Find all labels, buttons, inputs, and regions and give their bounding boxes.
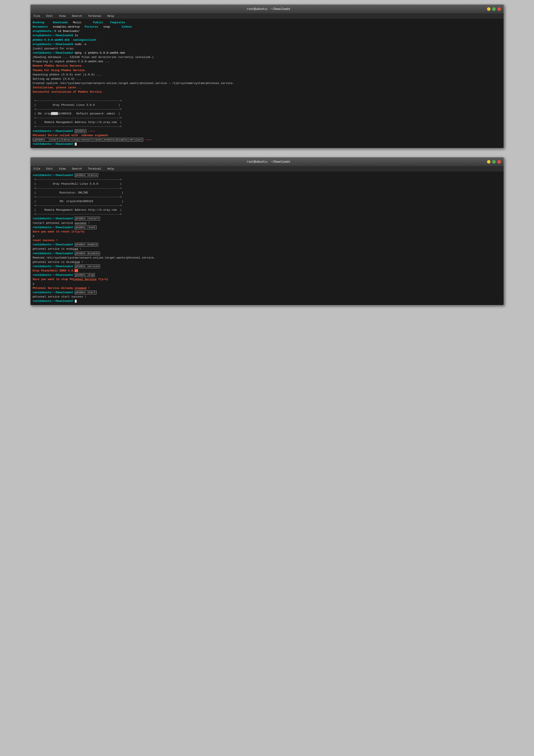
terminal-window-1: root@ubuntu: ~/Downloads File Edit View … (30, 4, 504, 148)
menu-edit-1[interactable]: Edit (45, 14, 54, 18)
menu-file-2[interactable]: File (33, 167, 41, 171)
close-button-2[interactable] (497, 160, 501, 164)
terminal-body-1: Desktop Downloads Music Public Templates… (31, 19, 504, 148)
menu-view-1[interactable]: View (58, 14, 67, 18)
minimize-button-2[interactable] (487, 160, 491, 164)
terminal-window-2: root@ubuntu: ~/Downloads File Edit View … (30, 157, 504, 306)
menu-search-1[interactable]: Search (71, 14, 83, 18)
menu-help-2[interactable]: Help (106, 167, 115, 171)
window-controls-1 (487, 7, 501, 11)
title-bar-2: root@ubuntu: ~/Downloads (31, 157, 504, 166)
window-controls-2 (487, 160, 501, 164)
maximize-button-2[interactable] (492, 160, 496, 164)
menu-terminal-1[interactable]: Terminal (87, 14, 102, 18)
menu-bar-1: File Edit View Search Terminal Help (31, 14, 504, 19)
minimize-button-1[interactable] (487, 7, 491, 11)
menu-file-1[interactable]: File (33, 14, 41, 18)
menu-terminal-2[interactable]: Terminal (87, 167, 102, 171)
menu-view-2[interactable]: View (58, 167, 67, 171)
menu-help-1[interactable]: Help (106, 14, 115, 18)
menu-bar-2: File Edit View Search Terminal Help (31, 166, 504, 172)
menu-edit-2[interactable]: Edit (45, 167, 54, 171)
close-button-1[interactable] (497, 7, 501, 11)
title-text-1: root@ubuntu: ~/Downloads (50, 7, 487, 11)
title-bar-1: root@ubuntu: ~/Downloads (31, 5, 504, 14)
title-text-2: root@ubuntu: ~/Downloads (50, 160, 487, 164)
maximize-button-1[interactable] (492, 7, 496, 11)
terminal-body-2: root@ubuntu:~/Downloads# phddns status +… (31, 172, 504, 305)
menu-search-2[interactable]: Search (71, 167, 83, 171)
